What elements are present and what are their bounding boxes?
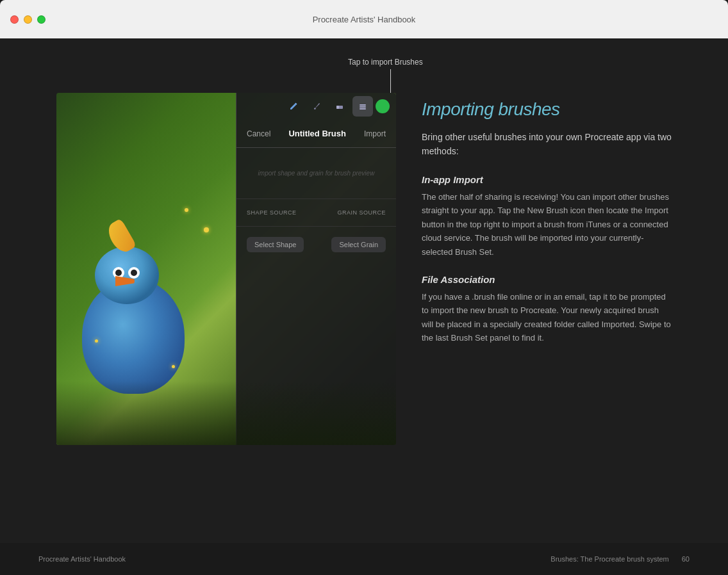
bird-pupil-right [131, 270, 137, 276]
maximize-button[interactable] [37, 15, 46, 24]
section-title: Importing brushes [422, 99, 672, 120]
ipad-screenshot: Cancel Untitled Brush Import import shap… [56, 93, 396, 445]
layers-tool-icon[interactable] [352, 96, 373, 117]
branch-area [56, 381, 396, 445]
panel-cancel-label[interactable]: Cancel [247, 129, 270, 138]
firefly-2 [204, 227, 209, 232]
footer-handbook-title: Procreate Artists' Handbook [38, 555, 126, 563]
firefly-3 [172, 365, 175, 368]
footer: Procreate Artists' Handbook Brushes: The… [0, 543, 728, 575]
select-shape-button[interactable]: Select Shape [247, 237, 304, 252]
tap-label: Tap to import Brushes [348, 58, 423, 67]
content-area: Tap to import Brushes [0, 38, 728, 575]
titlebar: Procreate Artists' Handbook [0, 0, 728, 38]
footer-right: Brushes: The Procreate brush system 60 [550, 555, 690, 563]
file-association-title: File Association [422, 274, 672, 285]
grain-source-label: GRAIN SOURCE [337, 209, 386, 216]
source-labels-row: SHAPE SOURCE GRAIN SOURCE [236, 199, 396, 227]
source-select-area: Select Shape Select Grain [236, 227, 396, 263]
eraser-tool-icon[interactable] [329, 96, 350, 117]
bird-illustration [69, 253, 197, 394]
in-app-import-title: In-app Import [422, 174, 672, 185]
pencil-tool-icon[interactable] [283, 96, 304, 117]
ipad-toolbar [236, 93, 396, 120]
brush-tool-icon[interactable] [306, 96, 327, 117]
footer-page-number: 60 [682, 555, 690, 563]
ipad-background: Cancel Untitled Brush Import import shap… [56, 93, 396, 445]
main-row: Cancel Untitled Brush Import import shap… [56, 93, 672, 445]
close-button[interactable] [10, 15, 19, 24]
svg-rect-2 [360, 104, 366, 106]
brush-preview-hint: import shape and grain for brush preview [258, 170, 375, 177]
svg-rect-3 [360, 106, 366, 108]
brush-panel-header: Cancel Untitled Brush Import [236, 120, 396, 148]
bird-pupil-left [115, 270, 122, 276]
window-controls [10, 15, 46, 24]
file-association-body: If you have a .brush file online or in a… [422, 290, 672, 345]
text-content: Importing brushes Bring other useful bru… [422, 93, 672, 445]
color-picker-icon[interactable] [376, 99, 390, 113]
select-grain-button[interactable]: Select Grain [331, 237, 386, 252]
minimize-button[interactable] [24, 15, 32, 24]
svg-rect-4 [360, 108, 366, 109]
bird-head-shape [95, 247, 159, 304]
shape-source-label: SHAPE SOURCE [247, 209, 297, 216]
panel-import-label[interactable]: Import [364, 129, 386, 138]
panel-brush-title: Untitled Brush [288, 129, 346, 138]
footer-section-label: Brushes: The Procreate brush system [550, 555, 668, 563]
section-intro: Bring other useful brushes into your own… [422, 130, 672, 159]
firefly-4 [95, 339, 98, 343]
svg-rect-1 [336, 106, 339, 109]
firefly-1 [185, 208, 188, 212]
annotation-line [390, 69, 391, 96]
in-app-import-body: The other half of sharing is receiving! … [422, 190, 672, 259]
brush-preview-area: import shape and grain for brush preview [236, 148, 396, 199]
window-title: Procreate Artists' Handbook [313, 15, 416, 24]
